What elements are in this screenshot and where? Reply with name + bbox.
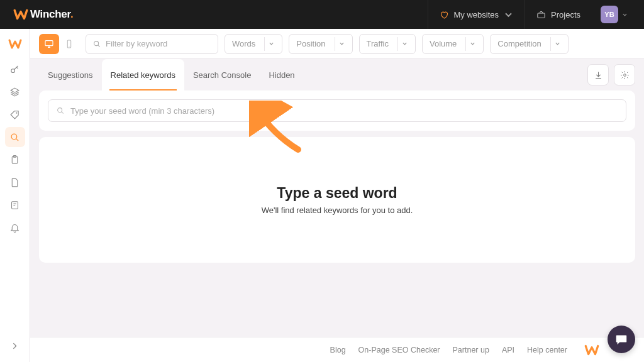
tag-icon bbox=[9, 109, 20, 120]
sidebar-item-tag[interactable] bbox=[5, 104, 25, 124]
dropdown-label: Competition bbox=[497, 39, 541, 48]
seed-input-wrap[interactable] bbox=[48, 99, 626, 122]
chevron-down-icon bbox=[550, 37, 564, 51]
footer-link-help[interactable]: Help center bbox=[527, 346, 567, 354]
download-icon bbox=[594, 70, 603, 80]
svg-point-12 bbox=[58, 108, 62, 112]
desktop-icon bbox=[44, 39, 54, 49]
sidebar-item-bell[interactable] bbox=[5, 217, 25, 238]
brand-logo[interactable]: Wincher. bbox=[13, 6, 73, 23]
layers-icon bbox=[9, 87, 20, 97]
sidebar-item-stack[interactable] bbox=[5, 82, 25, 102]
dropdown-label: Volume bbox=[430, 39, 457, 48]
svg-point-2 bbox=[16, 112, 17, 113]
nav-label: My websites bbox=[454, 10, 499, 19]
footer-link-seo-checker[interactable]: On-Page SEO Checker bbox=[358, 346, 440, 354]
dropdown-competition[interactable]: Competition bbox=[490, 34, 568, 54]
svg-rect-7 bbox=[45, 40, 53, 45]
empty-state: Type a seed word We'll find related keyw… bbox=[39, 137, 635, 263]
footer: Blog On-Page SEO Checker Partner up API … bbox=[30, 337, 644, 362]
dropdown-label: Words bbox=[232, 39, 255, 48]
chevron-down-icon bbox=[264, 37, 278, 51]
download-button[interactable] bbox=[587, 64, 609, 85]
search-icon bbox=[9, 132, 20, 143]
chat-icon bbox=[614, 332, 628, 346]
footer-link-api[interactable]: API bbox=[502, 346, 514, 354]
tab-hidden[interactable]: Hidden bbox=[260, 59, 303, 90]
file-icon bbox=[9, 177, 20, 188]
nav-label: Projects bbox=[551, 10, 580, 19]
gear-icon bbox=[620, 70, 630, 80]
svg-point-9 bbox=[69, 46, 69, 47]
top-nav: Wincher. My websites Projects YB bbox=[0, 0, 644, 29]
sidebar-collapse[interactable] bbox=[5, 336, 25, 356]
sidebar-item-note[interactable] bbox=[5, 195, 25, 215]
sidebar-logo-icon[interactable] bbox=[8, 36, 23, 52]
settings-button[interactable] bbox=[614, 64, 635, 85]
svg-point-10 bbox=[94, 41, 99, 45]
chevron-down-icon bbox=[335, 37, 348, 51]
chevron-down-icon bbox=[465, 37, 479, 51]
user-menu[interactable]: YB bbox=[592, 6, 631, 23]
dropdown-label: Traffic bbox=[367, 39, 389, 48]
search-icon bbox=[92, 40, 101, 48]
dropdown-volume[interactable]: Volume bbox=[422, 34, 484, 54]
bell-icon bbox=[9, 222, 20, 233]
heart-icon bbox=[440, 10, 449, 19]
filter-keyword-input[interactable] bbox=[106, 39, 211, 48]
svg-rect-0 bbox=[538, 13, 545, 18]
footer-link-partner[interactable]: Partner up bbox=[453, 346, 489, 354]
top-nav-right: My websites Projects YB bbox=[428, 0, 632, 29]
key-icon bbox=[9, 64, 20, 75]
chevron-right-icon bbox=[9, 341, 20, 351]
svg-point-3 bbox=[11, 134, 17, 140]
device-desktop-button[interactable] bbox=[39, 34, 59, 54]
footer-link-blog[interactable]: Blog bbox=[330, 346, 346, 354]
chevron-down-icon bbox=[622, 12, 628, 18]
content: Suggestions Related keywords Search Cons… bbox=[30, 59, 644, 362]
chat-launcher[interactable] bbox=[608, 326, 635, 353]
brand-name: Wincher. bbox=[30, 8, 73, 21]
tab-related-keywords[interactable]: Related keywords bbox=[102, 59, 184, 90]
sidebar-item-key[interactable] bbox=[5, 59, 25, 79]
seed-input[interactable] bbox=[70, 106, 618, 116]
nav-my-websites[interactable]: My websites bbox=[428, 0, 525, 29]
filter-toolbar: Words Position Traffic Volume Competitio… bbox=[30, 29, 644, 59]
seed-card bbox=[39, 90, 635, 131]
logo-mark-icon bbox=[13, 6, 29, 23]
sidebar-item-search[interactable] bbox=[5, 127, 25, 147]
dropdown-label: Position bbox=[296, 39, 325, 48]
tab-suggestions[interactable]: Suggestions bbox=[39, 59, 102, 90]
search-icon bbox=[56, 106, 65, 115]
sidebar bbox=[0, 29, 30, 362]
empty-subtitle: We'll find related keywords for you to a… bbox=[262, 206, 413, 215]
chevron-down-icon bbox=[504, 10, 513, 19]
device-toggle bbox=[39, 34, 79, 54]
mobile-icon bbox=[64, 39, 74, 49]
sidebar-item-file[interactable] bbox=[5, 172, 25, 192]
avatar: YB bbox=[601, 6, 618, 23]
footer-logo-icon bbox=[584, 342, 600, 358]
dropdown-position[interactable]: Position bbox=[289, 34, 352, 54]
svg-rect-6 bbox=[12, 201, 18, 208]
device-mobile-button[interactable] bbox=[59, 34, 79, 54]
dropdown-words[interactable]: Words bbox=[225, 34, 282, 54]
svg-point-11 bbox=[623, 74, 626, 76]
filter-keyword-wrap[interactable] bbox=[86, 34, 218, 54]
chevron-down-icon bbox=[397, 37, 411, 51]
tab-search-console[interactable]: Search Console bbox=[184, 59, 260, 90]
sidebar-item-clipboard[interactable] bbox=[5, 150, 25, 170]
briefcase-icon bbox=[536, 10, 546, 19]
main: Words Position Traffic Volume Competitio… bbox=[30, 29, 644, 362]
nav-projects[interactable]: Projects bbox=[525, 0, 592, 29]
note-icon bbox=[9, 200, 20, 211]
clipboard-icon bbox=[9, 155, 20, 165]
svg-point-1 bbox=[11, 69, 15, 72]
empty-title: Type a seed word bbox=[277, 185, 397, 202]
tabs: Suggestions Related keywords Search Cons… bbox=[39, 59, 635, 90]
dropdown-traffic[interactable]: Traffic bbox=[359, 34, 416, 54]
